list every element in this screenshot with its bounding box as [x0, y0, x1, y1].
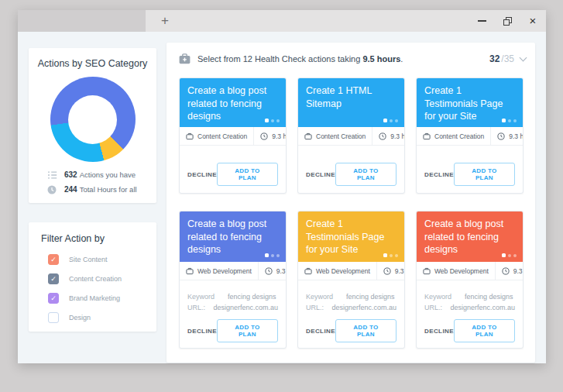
stat-actions: 632 Actions you have	[29, 167, 156, 182]
card-meta: Web Development 9.3 hours	[298, 262, 404, 280]
health-kit-icon	[179, 53, 191, 64]
carousel-dots-icon[interactable]	[265, 253, 280, 257]
donut-hole	[68, 95, 117, 144]
chevron-down-icon	[520, 53, 527, 61]
briefcase-icon	[423, 132, 431, 140]
url-label: URL.:	[424, 302, 450, 313]
desktop: + × Actions by SEO Category	[0, 0, 563, 392]
add-to-plan-button[interactable]: ADD TO PLAN	[217, 319, 278, 342]
decline-button[interactable]: DECLINE	[187, 171, 217, 178]
decline-button[interactable]: DECLINE	[306, 328, 335, 335]
briefcase-icon	[186, 267, 194, 275]
decline-button[interactable]: DECLINE	[424, 328, 454, 335]
list-icon	[47, 170, 57, 180]
app-body: Actions by SEO Category 632 Actions you …	[18, 32, 546, 363]
carousel-dots-icon[interactable]	[502, 253, 517, 257]
header-text: Select from 12 Health Check actions taki…	[197, 54, 403, 64]
cards-row-1: Create a blog post related to fencing de…	[179, 77, 524, 194]
carousel-dots-icon[interactable]	[383, 119, 398, 122]
checkbox-site-content[interactable]: ✓	[48, 254, 59, 265]
card-footer: DECLINE ADD TO PLAN	[180, 156, 286, 193]
check-icon: ✓	[50, 294, 57, 303]
card-details: Keywordfencing designs URL.:designerfenc…	[417, 280, 523, 313]
browser-window: + × Actions by SEO Category	[18, 10, 546, 363]
carousel-dots-icon[interactable]	[383, 253, 398, 257]
card-header[interactable]: Create 1 HTML Sitemap	[298, 78, 404, 127]
filter-label: Design	[69, 314, 91, 322]
add-to-plan-button[interactable]: ADD TO PLAN	[454, 319, 515, 342]
checkbox-design[interactable]	[48, 312, 59, 323]
checkbox-content-creation[interactable]: ✓	[48, 273, 59, 284]
close-icon: ×	[530, 15, 537, 26]
checkbox-brand-marketing[interactable]: ✓	[48, 293, 59, 304]
add-to-plan-button[interactable]: ADD TO PLAN	[217, 163, 278, 186]
card-footer: DECLINE ADD TO PLAN	[180, 313, 286, 349]
decline-button[interactable]: DECLINE	[187, 328, 217, 335]
cards-row-2: Create a blog post related to fencing de…	[179, 211, 524, 349]
briefcase-icon	[186, 132, 194, 140]
action-card: Create 1 Testimonials Page for your Site…	[416, 77, 524, 194]
action-card: Create a blog post related to fencing de…	[416, 211, 524, 349]
clock-icon	[497, 132, 505, 140]
clock-icon	[260, 132, 268, 140]
add-to-plan-button[interactable]: ADD TO PLAN	[454, 163, 515, 186]
card-title: Create a blog post related to fencing de…	[187, 218, 278, 256]
url-value: designerfenc.com.au	[331, 302, 397, 313]
url-label: URL.:	[306, 302, 331, 313]
window-controls: ×	[476, 10, 538, 32]
filter-row-content-creation: ✓ Content Creation	[29, 273, 156, 284]
keyword-label: Keyword	[424, 291, 465, 302]
add-to-plan-button[interactable]: ADD TO PLAN	[335, 319, 397, 342]
decline-button[interactable]: DECLINE	[306, 171, 335, 178]
clock-icon	[383, 267, 391, 275]
action-card: Create 1 Testimonials Page for your Site…	[297, 211, 405, 349]
card-title: Create 1 Testimonials Page for your Site	[424, 84, 515, 123]
card-header[interactable]: Create 1 Testimonials Page for your Site	[417, 78, 523, 127]
decline-button[interactable]: DECLINE	[424, 171, 454, 178]
card-header[interactable]: Create a blog post related to fencing de…	[180, 211, 286, 262]
card-header[interactable]: Create 1 Testimonials Page for your Site	[298, 211, 404, 262]
clock-icon	[47, 185, 57, 194]
card-header[interactable]: Create a blog post related to fencing de…	[417, 211, 523, 262]
card-footer: DECLINE ADD TO PLAN	[417, 313, 523, 349]
card-title: Create a blog post related to fencing de…	[424, 218, 515, 256]
actions-header: Select from 12 Health Check actions taki…	[179, 52, 526, 66]
card-meta: Content Creation 9.3 hours	[180, 127, 286, 146]
restore-button[interactable]	[502, 15, 513, 26]
hours-cell: 9.3 hours	[372, 127, 405, 145]
card-details: Keywordfencing designs URL.:designerfenc…	[180, 280, 286, 313]
hours-cell: 9.3 hours	[377, 262, 405, 280]
filter-label: Site Content	[69, 256, 108, 263]
url-value: designerfenc.com.au	[450, 302, 515, 313]
card-title: Create 1 HTML Sitemap	[306, 84, 397, 110]
filter-panel-title: Filter Action by	[41, 233, 156, 244]
briefcase-icon	[304, 267, 312, 275]
category-cell: Web Development	[180, 262, 259, 280]
card-header[interactable]: Create a blog post related to fencing de…	[180, 78, 286, 127]
add-to-plan-button[interactable]: ADD TO PLAN	[335, 163, 397, 186]
check-icon: ✓	[50, 255, 57, 264]
close-button[interactable]: ×	[527, 15, 538, 26]
keyword-value: fencing designs	[228, 291, 276, 302]
browser-tab[interactable]	[18, 10, 146, 32]
minimize-button[interactable]	[476, 15, 487, 26]
card-title: Create 1 Testimonials Page for your Site	[306, 218, 397, 256]
restore-icon	[503, 17, 512, 26]
minimize-icon	[478, 20, 486, 22]
card-meta: Web Development 9.3 hours	[180, 262, 286, 280]
carousel-dots-icon[interactable]	[502, 119, 517, 122]
filter-row-brand-marketing: ✓ Brand Marketing	[29, 292, 156, 304]
card-meta: Content Creation 9.3 hours	[298, 127, 404, 146]
selection-counter[interactable]: 32 /35	[489, 53, 526, 64]
keyword-label: Keyword	[306, 291, 346, 302]
carousel-dots-icon[interactable]	[265, 119, 280, 122]
check-icon: ✓	[50, 274, 57, 284]
seo-category-panel: Actions by SEO Category 632 Actions you …	[29, 48, 156, 203]
stat-hours-value: 244	[64, 185, 77, 194]
hours-cell: 9.3 hours	[259, 262, 287, 280]
stat-hours: 244 Total Hours for all	[29, 182, 156, 197]
clock-icon	[502, 267, 510, 275]
new-tab-button[interactable]: +	[156, 10, 174, 32]
filter-rows: ✓ Site Content ✓ Content Creation ✓	[29, 253, 156, 323]
keyword-value: fencing designs	[465, 291, 513, 302]
